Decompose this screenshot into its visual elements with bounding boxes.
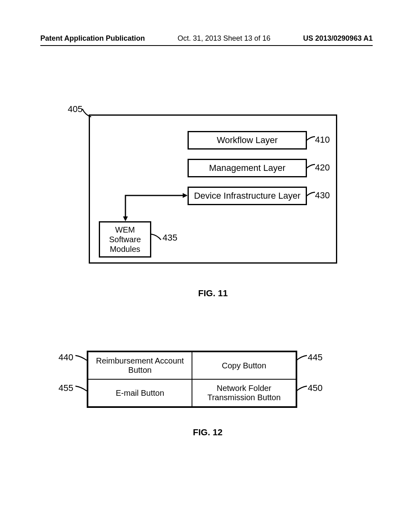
ref-455-label: 455 (58, 383, 73, 393)
ref-450-label: 450 (308, 383, 323, 393)
cell-450-text: Network Folder Transmission Button (194, 384, 294, 402)
ref-435-label: 435 (163, 233, 177, 243)
network-folder-transmission-button: Network Folder Transmission Button (192, 379, 296, 407)
ref-430-label: 430 (315, 190, 330, 201)
ref-450-leader-icon (296, 385, 309, 393)
page-header: Patent Application Publication Oct. 31, … (40, 34, 373, 43)
wem-text: WEM Software Modules (109, 225, 141, 254)
device-infrastructure-layer-box: Device Infrastructure Layer (188, 187, 307, 205)
arrow-430-to-wem-icon (121, 195, 190, 224)
ref-440-label: 440 (58, 352, 73, 363)
fig12-caption: FIG. 12 (58, 427, 357, 438)
wem-software-modules-box: WEM Software Modules (99, 221, 151, 258)
reimbursement-account-button: Reimbursement Account Button (88, 352, 192, 379)
ref-435-leader-icon (151, 233, 163, 241)
ref-410-label: 410 (315, 135, 330, 145)
cell-455-text: E-mail Button (116, 389, 164, 398)
ref-455-leader-icon (75, 385, 88, 393)
fig11-outer-box: Workflow Layer Management Layer Device I… (89, 114, 337, 264)
ref-445-label: 445 (308, 352, 323, 363)
fig12-button-grid: Reimbursement Account Button Copy Button… (87, 351, 297, 408)
cell-440-text: Reimbursement Account Button (90, 356, 190, 375)
workflow-layer-text: Workflow Layer (217, 135, 277, 145)
ref-440-leader-icon (75, 355, 88, 363)
ref-445-leader-icon (296, 355, 309, 363)
ref-420-label: 420 (315, 162, 330, 173)
device-infrastructure-layer-text: Device Infrastructure Layer (194, 191, 300, 201)
email-button: E-mail Button (88, 379, 192, 407)
ref-405-label: 405 (68, 104, 83, 114)
header-sheet: Oct. 31, 2013 Sheet 13 of 16 (177, 34, 270, 43)
header-patent-number: US 2013/0290963 A1 (303, 34, 373, 43)
svg-marker-1 (183, 193, 188, 198)
svg-marker-0 (123, 216, 128, 221)
cell-445-text: Copy Button (222, 361, 266, 370)
header-publication: Patent Application Publication (40, 34, 145, 43)
ref-405-text: 405 (68, 104, 83, 114)
header-rule (40, 45, 373, 46)
workflow-layer-box: Workflow Layer (188, 131, 307, 150)
management-layer-box: Management Layer (188, 159, 307, 177)
fig11-caption: FIG. 11 (68, 288, 358, 299)
copy-button: Copy Button (192, 352, 296, 379)
management-layer-text: Management Layer (209, 163, 286, 173)
